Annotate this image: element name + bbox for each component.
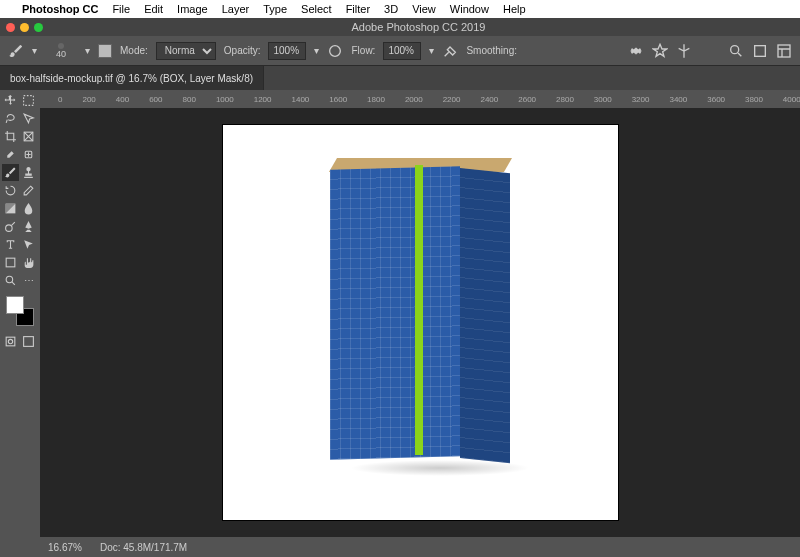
menu-view[interactable]: View: [412, 3, 436, 15]
svg-rect-11: [6, 337, 15, 346]
options-bar: ▾ 40 ▾ Mode: Normal Opacity: ▾ Flow: ▾ S…: [0, 36, 800, 66]
artboard: [223, 125, 618, 520]
gradient-tool[interactable]: [2, 200, 19, 217]
menu-layer[interactable]: Layer: [222, 3, 250, 15]
menu-filter[interactable]: Filter: [346, 3, 370, 15]
flow-dropdown[interactable]: ▾: [429, 45, 434, 56]
menu-edit[interactable]: Edit: [144, 3, 163, 15]
frame-tool[interactable]: [20, 128, 37, 145]
window-titlebar: Adobe Photoshop CC 2019: [0, 18, 800, 36]
tool-preset-dropdown[interactable]: ▾: [32, 45, 37, 56]
canvas-area: 0200400600800100012001400160018002000220…: [40, 90, 800, 557]
doc-size[interactable]: Doc: 45.8M/171.7M: [100, 542, 187, 553]
flow-label: Flow:: [351, 45, 375, 56]
symmetry-icon[interactable]: [676, 43, 692, 59]
brush-preview[interactable]: 40: [45, 43, 77, 59]
eyedropper-tool[interactable]: [2, 146, 19, 163]
foreground-color[interactable]: [6, 296, 24, 314]
opacity-input[interactable]: [268, 42, 306, 60]
svg-rect-2: [755, 45, 766, 56]
type-tool[interactable]: [2, 236, 19, 253]
quick-select-tool[interactable]: [20, 110, 37, 127]
minimize-window-button[interactable]: [20, 23, 29, 32]
edit-toolbar[interactable]: ⋯: [20, 272, 37, 289]
canvas[interactable]: [40, 108, 800, 537]
menu-select[interactable]: Select: [301, 3, 332, 15]
box-mockup: [330, 168, 510, 468]
close-window-button[interactable]: [6, 23, 15, 32]
mac-menubar: Photoshop CC File Edit Image Layer Type …: [0, 0, 800, 18]
ruler-horizontal[interactable]: 0200400600800100012001400160018002000220…: [40, 90, 800, 108]
path-select-tool[interactable]: [20, 236, 37, 253]
hand-tool[interactable]: [20, 254, 37, 271]
svg-point-0: [330, 45, 341, 56]
status-bar: 16.67% Doc: 45.8M/171.7M: [40, 537, 800, 557]
share-icon[interactable]: [752, 43, 768, 59]
pen-tool[interactable]: [20, 218, 37, 235]
svg-point-10: [6, 276, 13, 283]
history-brush-tool[interactable]: [2, 182, 19, 199]
color-swatches[interactable]: [6, 296, 34, 326]
opacity-label: Opacity:: [224, 45, 261, 56]
crop-tool[interactable]: [2, 128, 19, 145]
svg-rect-9: [6, 258, 15, 267]
window-title: Adobe Photoshop CC 2019: [43, 21, 794, 33]
svg-rect-13: [24, 337, 34, 347]
quick-mask-toggle[interactable]: [2, 333, 19, 350]
menu-window[interactable]: Window: [450, 3, 489, 15]
svg-rect-3: [778, 45, 790, 57]
zoom-level[interactable]: 16.67%: [48, 542, 82, 553]
shape-tool[interactable]: [2, 254, 19, 271]
svg-rect-4: [24, 96, 34, 106]
mode-label: Mode:: [120, 45, 148, 56]
menu-3d[interactable]: 3D: [384, 3, 398, 15]
search-icon[interactable]: [728, 43, 744, 59]
brush-panel-toggle[interactable]: [98, 44, 112, 58]
svg-point-12: [8, 339, 12, 343]
flow-input[interactable]: [383, 42, 421, 60]
zoom-tool[interactable]: [2, 272, 19, 289]
dodge-tool[interactable]: [2, 218, 19, 235]
stamp-tool[interactable]: [20, 164, 37, 181]
toolbox: ⋯: [0, 90, 40, 557]
pressure-opacity-icon[interactable]: [327, 43, 343, 59]
document-tab-bar: box-halfside-mockup.tif @ 16.7% (BOX, La…: [0, 66, 800, 90]
svg-point-1: [731, 45, 739, 53]
gear-icon[interactable]: [628, 43, 644, 59]
document-tab[interactable]: box-halfside-mockup.tif @ 16.7% (BOX, La…: [0, 66, 264, 90]
opacity-dropdown[interactable]: ▾: [314, 45, 319, 56]
menu-help[interactable]: Help: [503, 3, 526, 15]
marquee-tool[interactable]: [20, 92, 37, 109]
maximize-window-button[interactable]: [34, 23, 43, 32]
blur-tool[interactable]: [20, 200, 37, 217]
app-menu[interactable]: Photoshop CC: [22, 3, 98, 15]
brush-tool[interactable]: [2, 164, 19, 181]
menu-file[interactable]: File: [112, 3, 130, 15]
brush-tool-icon: [8, 43, 24, 59]
healing-tool[interactable]: [20, 146, 37, 163]
workspace-icon[interactable]: [776, 43, 792, 59]
menu-image[interactable]: Image: [177, 3, 208, 15]
move-tool[interactable]: [2, 92, 19, 109]
lasso-tool[interactable]: [2, 110, 19, 127]
brush-settings-icon[interactable]: [652, 43, 668, 59]
screen-mode-toggle[interactable]: [20, 333, 37, 350]
menu-type[interactable]: Type: [263, 3, 287, 15]
airbrush-icon[interactable]: [442, 43, 458, 59]
eraser-tool[interactable]: [20, 182, 37, 199]
blend-mode-select[interactable]: Normal: [156, 42, 216, 60]
smoothing-label: Smoothing:: [466, 45, 517, 56]
brush-dropdown[interactable]: ▾: [85, 45, 90, 56]
svg-point-8: [6, 225, 13, 232]
